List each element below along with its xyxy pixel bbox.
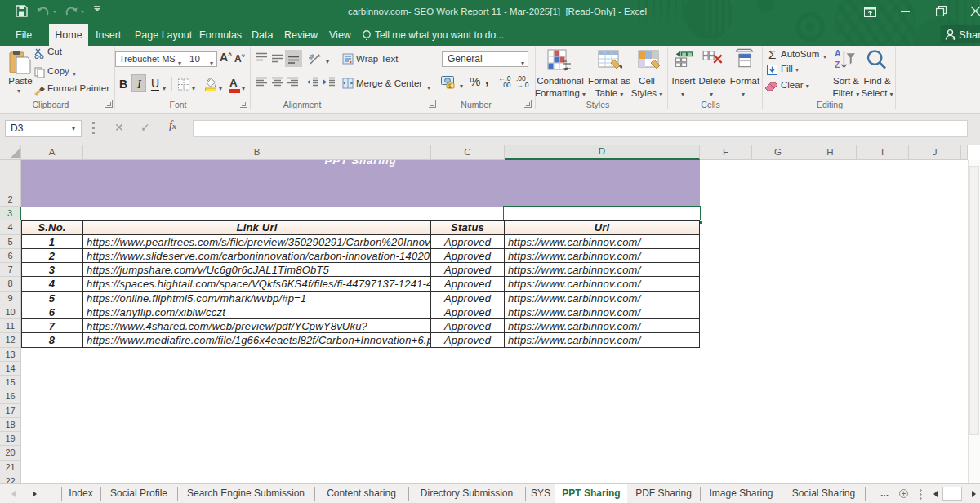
svg-text:$: $ xyxy=(448,83,452,89)
svg-text:Z: Z xyxy=(835,60,840,69)
svg-text:≠: ≠ xyxy=(564,65,568,72)
svg-text:A: A xyxy=(835,49,841,58)
